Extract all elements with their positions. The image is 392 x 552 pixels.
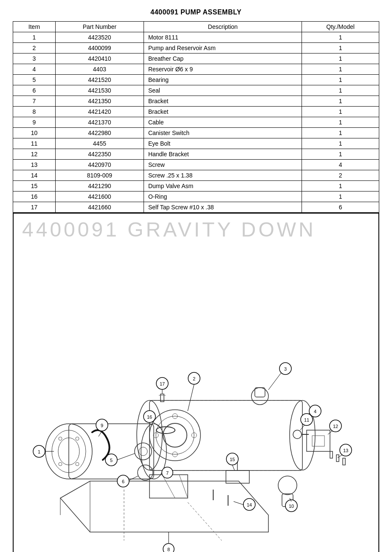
part-number: 4422980 [55,128,144,138]
svg-text:5: 5 [110,458,113,463]
svg-point-69 [293,430,302,439]
col-header-item: Item [13,22,56,32]
part-number: 4455 [55,138,144,149]
part-number: 4400099 [55,43,144,54]
parts-table: Item Part Number Description Qty./Model … [13,21,379,213]
description: Bearing [144,75,302,85]
description: Seal [144,85,302,96]
description: Eye Bolt [144,138,302,149]
svg-line-54 [179,475,188,498]
item-num: 17 [13,202,56,213]
description: Motor 8111 [144,32,302,43]
svg-text:3: 3 [284,366,287,372]
svg-text:11: 11 [304,417,309,422]
description: Breather Cap [144,54,302,64]
svg-text:16: 16 [147,414,152,420]
qty: 1 [302,75,379,85]
item-num: 8 [13,107,56,117]
part-number: 4421520 [55,75,144,85]
col-header-part: Part Number [55,22,144,32]
item-num: 4 [13,64,56,75]
svg-text:4: 4 [314,409,316,414]
qty: 1 [302,96,379,107]
col-header-desc: Description [144,22,302,32]
item-num: 7 [13,96,56,107]
svg-rect-20 [149,400,302,470]
screw13-group: 13 [330,444,352,465]
part-number: 4423520 [55,32,144,43]
canister-group: 10 [278,476,297,512]
description: Dump Valve Asm [144,181,302,192]
table-row: 2 4400099 Pump and Reservoir Asm 1 [13,43,379,54]
qty: 2 [302,170,379,181]
part-number: 4403 [55,64,144,75]
cable-group: 9 [92,419,110,460]
table-row: 15 4421290 Dump Valve Asm 1 [13,181,379,192]
svg-line-42 [188,384,194,411]
table-row: 10 4422980 Canister Switch 1 [13,128,379,138]
svg-line-51 [129,476,138,480]
part-number: 4422350 [55,149,144,160]
svg-text:10: 10 [289,504,294,509]
qty: 1 [302,138,379,149]
svg-point-33 [149,410,200,461]
table-row: 13 4420970 Screw 4 [13,160,379,170]
svg-rect-29 [255,388,265,397]
item-num: 12 [13,149,56,160]
part-number: 4420410 [55,54,144,64]
screw17-group: 17 [156,377,168,402]
qty: 1 [302,107,379,117]
table-row: 16 4421600 O-Ring 1 [13,192,379,202]
bearing-group: 5 [105,443,152,466]
table-row: 5 4421520 Bearing 1 [13,75,379,85]
svg-line-63 [99,431,102,437]
breather-cap-group: 3 [251,363,291,405]
svg-rect-79 [330,451,333,458]
svg-point-16 [76,462,79,466]
svg-text:9: 9 [101,423,103,428]
part-number: 4421660 [55,202,144,213]
svg-rect-81 [343,458,345,465]
diagram-box: 4400091 GRAVITY DOWN 8 [13,213,379,552]
part-number: 4420970 [55,160,144,170]
part-number: 4421530 [55,85,144,96]
svg-line-4 [188,502,222,541]
part-number: 4421290 [55,181,144,192]
table-row: 3 4420410 Breather Cap 1 [13,54,379,64]
description: Screw .25 x 1.38 [144,170,302,181]
qty: 1 [302,54,379,64]
page-title: 4400091 PUMP ASSEMBLY [13,8,379,16]
part-number: 4421370 [55,117,144,128]
qty: 1 [302,192,379,202]
description: Bracket [144,96,302,107]
bracket-8-group: 8 [60,481,268,552]
item-num: 1 [13,32,56,43]
description: O-Ring [144,192,302,202]
handle-bracket-group: 12 [307,420,341,451]
table-row: 1 4423520 Motor 8111 1 [13,32,379,43]
diagram-title: 4400091 GRAVITY DOWN [22,218,316,241]
svg-marker-0 [60,481,268,532]
description: Pump and Reservoir Asm [144,43,302,54]
qty: 1 [302,64,379,75]
svg-text:2: 2 [193,376,195,381]
dump-valve-group: 15 [226,453,249,483]
svg-text:6: 6 [122,479,124,484]
svg-text:8: 8 [167,547,170,552]
motor-group: 1 [33,424,166,479]
qty: 1 [302,149,379,160]
svg-text:13: 13 [343,448,348,453]
bracket-7-group: 7 [149,467,188,498]
svg-text:15: 15 [230,457,235,462]
item-num: 2 [13,43,56,54]
svg-rect-74 [307,430,330,451]
qty: 4 [302,160,379,170]
item-num: 9 [13,117,56,128]
svg-point-34 [156,416,194,454]
qty: 1 [302,32,379,43]
svg-text:17: 17 [160,381,165,386]
qty: 6 [302,202,379,213]
item-num: 15 [13,181,56,192]
qty: 1 [302,85,379,96]
part-number: 4421420 [55,107,144,117]
